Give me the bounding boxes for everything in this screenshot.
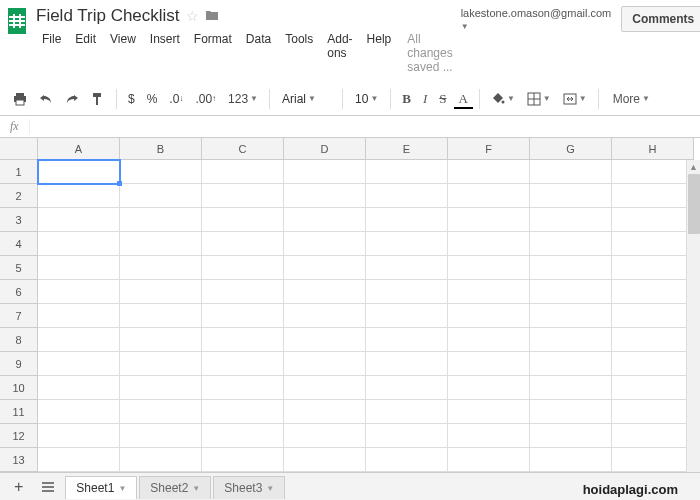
- cell-E7[interactable]: [366, 304, 448, 328]
- print-icon[interactable]: [8, 89, 32, 109]
- star-icon[interactable]: ☆: [186, 8, 199, 24]
- cell-C6[interactable]: [202, 280, 284, 304]
- number-format-button[interactable]: 123▼: [223, 89, 263, 109]
- cell-A9[interactable]: [38, 352, 120, 376]
- cell-F5[interactable]: [448, 256, 530, 280]
- document-title[interactable]: Field Trip Checklist: [36, 6, 180, 26]
- cell-F12[interactable]: [448, 424, 530, 448]
- font-select[interactable]: Arial▼: [276, 90, 336, 108]
- cell-E1[interactable]: [366, 160, 448, 184]
- menu-help[interactable]: Help: [361, 30, 398, 76]
- cell-G11[interactable]: [530, 400, 612, 424]
- row-header-2[interactable]: 2: [0, 184, 38, 208]
- select-all-corner[interactable]: [0, 138, 38, 160]
- cell-H4[interactable]: [612, 232, 694, 256]
- column-header-B[interactable]: B: [120, 138, 202, 160]
- cell-G1[interactable]: [530, 160, 612, 184]
- cell-D13[interactable]: [284, 448, 366, 472]
- cell-D1[interactable]: [284, 160, 366, 184]
- row-header-1[interactable]: 1: [0, 160, 38, 184]
- cell-F2[interactable]: [448, 184, 530, 208]
- cell-D9[interactable]: [284, 352, 366, 376]
- cell-C3[interactable]: [202, 208, 284, 232]
- cell-C7[interactable]: [202, 304, 284, 328]
- column-header-D[interactable]: D: [284, 138, 366, 160]
- cell-G13[interactable]: [530, 448, 612, 472]
- cell-H7[interactable]: [612, 304, 694, 328]
- cell-A4[interactable]: [38, 232, 120, 256]
- merge-button[interactable]: ▼: [558, 90, 592, 108]
- row-header-7[interactable]: 7: [0, 304, 38, 328]
- cell-F3[interactable]: [448, 208, 530, 232]
- cell-H12[interactable]: [612, 424, 694, 448]
- cell-B13[interactable]: [120, 448, 202, 472]
- cell-D5[interactable]: [284, 256, 366, 280]
- fill-color-button[interactable]: ▼: [486, 89, 520, 109]
- strikethrough-button[interactable]: S: [434, 88, 451, 110]
- cell-H9[interactable]: [612, 352, 694, 376]
- column-header-A[interactable]: A: [38, 138, 120, 160]
- cell-B10[interactable]: [120, 376, 202, 400]
- cell-H3[interactable]: [612, 208, 694, 232]
- cell-D2[interactable]: [284, 184, 366, 208]
- chevron-down-icon[interactable]: ▼: [118, 484, 126, 493]
- cell-F6[interactable]: [448, 280, 530, 304]
- cell-H10[interactable]: [612, 376, 694, 400]
- sheets-logo[interactable]: [8, 8, 26, 34]
- column-header-E[interactable]: E: [366, 138, 448, 160]
- cell-E2[interactable]: [366, 184, 448, 208]
- cell-D11[interactable]: [284, 400, 366, 424]
- comments-button[interactable]: Comments: [621, 6, 700, 32]
- cell-F9[interactable]: [448, 352, 530, 376]
- cell-C5[interactable]: [202, 256, 284, 280]
- cell-A1[interactable]: [38, 160, 120, 184]
- cell-B6[interactable]: [120, 280, 202, 304]
- cell-G5[interactable]: [530, 256, 612, 280]
- cell-A8[interactable]: [38, 328, 120, 352]
- percent-button[interactable]: %: [142, 89, 163, 109]
- sheet-tab-sheet1[interactable]: Sheet1▼: [65, 476, 137, 499]
- cell-D3[interactable]: [284, 208, 366, 232]
- cell-F4[interactable]: [448, 232, 530, 256]
- cell-B2[interactable]: [120, 184, 202, 208]
- cell-G12[interactable]: [530, 424, 612, 448]
- cell-E6[interactable]: [366, 280, 448, 304]
- add-sheet-button[interactable]: +: [6, 476, 31, 498]
- cell-E9[interactable]: [366, 352, 448, 376]
- row-header-13[interactable]: 13: [0, 448, 38, 472]
- cell-F8[interactable]: [448, 328, 530, 352]
- cell-A6[interactable]: [38, 280, 120, 304]
- cell-B4[interactable]: [120, 232, 202, 256]
- cell-G7[interactable]: [530, 304, 612, 328]
- cell-F10[interactable]: [448, 376, 530, 400]
- menu-format[interactable]: Format: [188, 30, 238, 76]
- redo-icon[interactable]: [60, 91, 84, 107]
- menu-file[interactable]: File: [36, 30, 67, 76]
- row-header-10[interactable]: 10: [0, 376, 38, 400]
- menu-edit[interactable]: Edit: [69, 30, 102, 76]
- row-header-3[interactable]: 3: [0, 208, 38, 232]
- menu-data[interactable]: Data: [240, 30, 277, 76]
- undo-icon[interactable]: [34, 91, 58, 107]
- cell-C12[interactable]: [202, 424, 284, 448]
- cell-E3[interactable]: [366, 208, 448, 232]
- menu-insert[interactable]: Insert: [144, 30, 186, 76]
- menu-tools[interactable]: Tools: [279, 30, 319, 76]
- italic-button[interactable]: I: [418, 88, 432, 110]
- cell-B9[interactable]: [120, 352, 202, 376]
- cell-F7[interactable]: [448, 304, 530, 328]
- cell-H6[interactable]: [612, 280, 694, 304]
- cell-H2[interactable]: [612, 184, 694, 208]
- cell-A13[interactable]: [38, 448, 120, 472]
- cell-H1[interactable]: [612, 160, 694, 184]
- cell-D10[interactable]: [284, 376, 366, 400]
- currency-button[interactable]: $: [123, 89, 140, 109]
- cell-H11[interactable]: [612, 400, 694, 424]
- cell-C4[interactable]: [202, 232, 284, 256]
- all-sheets-button[interactable]: [35, 476, 61, 498]
- cell-B12[interactable]: [120, 424, 202, 448]
- row-header-6[interactable]: 6: [0, 280, 38, 304]
- more-button[interactable]: More ▼: [605, 89, 658, 109]
- cell-E5[interactable]: [366, 256, 448, 280]
- cell-G6[interactable]: [530, 280, 612, 304]
